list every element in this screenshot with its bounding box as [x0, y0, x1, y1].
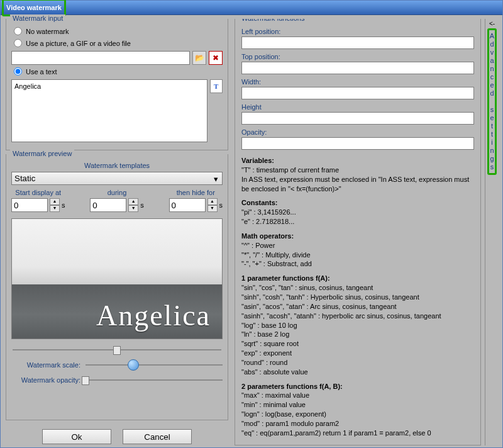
- during-label: during: [108, 189, 127, 196]
- start-down[interactable]: ▼: [50, 205, 60, 212]
- scale-slider[interactable]: [86, 361, 223, 369]
- use-text-label: Use a text: [26, 68, 57, 76]
- scale-label: Watermark scale:: [11, 361, 80, 369]
- advanced-settings-panel[interactable]: <- Advanced settings: [485, 19, 499, 445]
- use-picture-radio[interactable]: [14, 39, 22, 47]
- hide-input[interactable]: [169, 198, 206, 212]
- collapse-arrow-icon: <-: [489, 20, 495, 27]
- watermark-preview-group: Watermark templates Static Start display…: [6, 154, 228, 420]
- opacity-label: Watermark opacity:: [11, 376, 80, 384]
- titlebar[interactable]: Video watermark: [1, 1, 502, 15]
- hide-up[interactable]: ▲: [207, 198, 218, 205]
- width-input[interactable]: [241, 87, 474, 99]
- during-input[interactable]: [90, 198, 126, 212]
- delete-icon: ✖: [213, 53, 219, 62]
- templates-label: Watermark templates: [11, 162, 223, 169]
- opacity-fn-input[interactable]: [241, 137, 474, 150]
- start-display-input[interactable]: [11, 198, 48, 212]
- height-input[interactable]: [241, 112, 474, 125]
- during-down[interactable]: ▼: [128, 205, 138, 212]
- advanced-settings-label: Advanced settings: [487, 28, 497, 175]
- picture-path-input[interactable]: [11, 51, 190, 65]
- text-style-button[interactable]: T: [210, 79, 223, 93]
- watermark-text-input[interactable]: [11, 79, 207, 142]
- start-up[interactable]: ▲: [50, 198, 60, 205]
- no-watermark-label: No watermark: [26, 28, 69, 35]
- left-position-input[interactable]: [241, 36, 474, 49]
- opacity-thumb[interactable]: [82, 376, 89, 385]
- during-up[interactable]: ▲: [128, 198, 138, 205]
- hide-unit: s: [219, 201, 223, 209]
- use-picture-label: Use a picture, a GIF or a video file: [26, 40, 131, 47]
- clear-file-button[interactable]: ✖: [209, 51, 223, 65]
- start-unit: s: [62, 201, 65, 209]
- text-icon: T: [214, 82, 218, 90]
- right-column: Left position: Top position: Width: Heig…: [233, 15, 502, 448]
- preview-watermark-text: Angelica: [85, 293, 222, 339]
- opacity-fn-label: Opacity:: [241, 128, 474, 136]
- watermark-functions-group: Left position: Top position: Width: Heig…: [235, 19, 481, 445]
- left-position-label: Left position:: [241, 28, 474, 35]
- start-display-label: Start display at: [15, 189, 61, 196]
- preview-position-slider[interactable]: [13, 345, 221, 354]
- watermark-input-group: No watermark Use a picture, a GIF or a v…: [6, 19, 228, 150]
- cancel-button[interactable]: Cancel: [123, 429, 192, 444]
- height-label: Height: [241, 103, 474, 111]
- folder-icon: 📂: [195, 53, 204, 62]
- preview-image: Angelica: [11, 218, 223, 339]
- top-position-input[interactable]: [241, 62, 474, 74]
- left-column: No watermark Use a picture, a GIF or a v…: [1, 15, 233, 448]
- video-watermark-window: Video watermark No watermark Use a pictu…: [0, 0, 503, 448]
- during-unit: s: [140, 201, 144, 209]
- no-watermark-radio[interactable]: [14, 27, 22, 35]
- scale-knob[interactable]: [128, 359, 139, 371]
- browse-file-button[interactable]: 📂: [192, 51, 206, 65]
- width-label: Width:: [241, 78, 474, 86]
- use-text-radio[interactable]: [14, 67, 22, 76]
- opacity-slider[interactable]: [86, 376, 223, 384]
- top-position-label: Top position:: [241, 53, 474, 60]
- ok-button[interactable]: Ok: [42, 429, 111, 444]
- slider-thumb[interactable]: [113, 346, 121, 355]
- template-select[interactable]: Static: [11, 172, 223, 185]
- functions-doc: Variables: "T" : timestamp of current fr…: [241, 156, 474, 438]
- hide-down[interactable]: ▼: [207, 205, 218, 212]
- hide-label: then hide for: [177, 189, 215, 196]
